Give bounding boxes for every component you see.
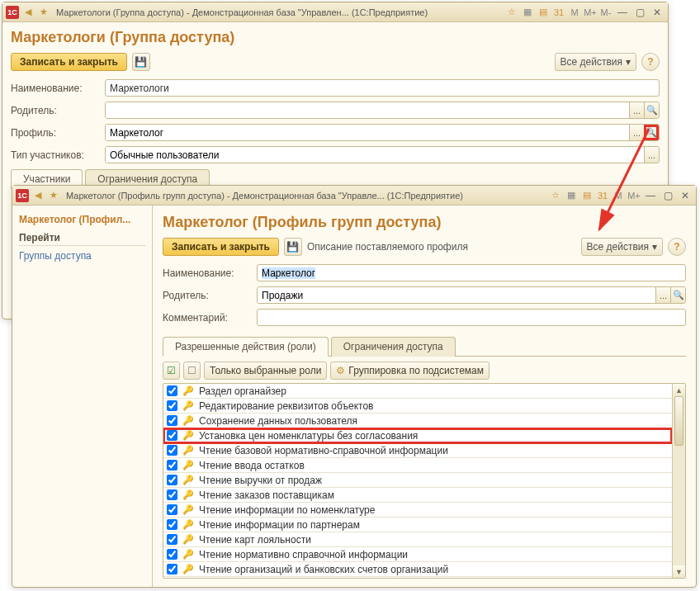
- profile-input[interactable]: [106, 125, 629, 140]
- lookup-icon[interactable]: 🔍: [670, 287, 685, 303]
- role-checkbox[interactable]: [167, 445, 177, 456]
- calendar-icon[interactable]: 31: [596, 189, 609, 202]
- calendar-icon[interactable]: 31: [552, 6, 565, 19]
- role-checkbox[interactable]: [167, 430, 177, 441]
- sidebar-link-groups[interactable]: Группы доступа: [19, 249, 145, 262]
- help-icon[interactable]: ?: [641, 53, 660, 71]
- role-checkbox[interactable]: [167, 460, 177, 470]
- history-icon[interactable]: ▦: [521, 6, 534, 19]
- group-by-subsystems-button[interactable]: ⚙Группировка по подсистемам: [330, 362, 490, 380]
- key-icon: 🔑: [182, 445, 194, 456]
- role-row[interactable]: 🔑Сохранение данных пользователя: [163, 414, 672, 428]
- role-row[interactable]: 🔑Чтение ввода остатков: [163, 458, 672, 473]
- tab-roles[interactable]: Разрешенные действия (роли): [163, 337, 329, 357]
- parent-input-wrap: ... 🔍: [105, 102, 660, 119]
- ellipsis-icon[interactable]: ...: [655, 287, 670, 303]
- check-all-icon[interactable]: ☑: [163, 362, 180, 380]
- m-icon[interactable]: M: [568, 6, 581, 19]
- close-icon[interactable]: ✕: [678, 189, 693, 202]
- save-icon[interactable]: 💾: [132, 53, 150, 71]
- ellipsis-icon[interactable]: ...: [629, 102, 644, 118]
- maximize-icon[interactable]: ▢: [660, 189, 675, 202]
- name-input[interactable]: [258, 265, 685, 281]
- all-actions-button[interactable]: Все действия▾: [581, 238, 663, 256]
- star-icon[interactable]: ★: [37, 6, 50, 19]
- save-icon[interactable]: 💾: [284, 238, 302, 256]
- role-row[interactable]: 🔑Чтение информации по номенклатуре: [163, 503, 672, 518]
- save-close-button[interactable]: Записать и закрыть: [11, 53, 127, 71]
- scrollbar[interactable]: ▲ ▼: [672, 384, 685, 578]
- role-row[interactable]: 🔑Чтение информации по партнерам: [163, 518, 672, 532]
- ellipsis-icon[interactable]: ...: [629, 125, 644, 140]
- role-row[interactable]: 🔑Чтение базовой нормативно-справочной ин…: [163, 443, 672, 458]
- uncheck-all-icon[interactable]: ☐: [183, 362, 201, 380]
- scroll-thumb[interactable]: [674, 396, 683, 446]
- back-icon[interactable]: ◀: [31, 189, 45, 202]
- profile-lookup-icon[interactable]: 🔍: [644, 125, 659, 140]
- role-row[interactable]: 🔑Чтение выручки от продаж: [163, 473, 672, 488]
- only-selected-button[interactable]: Только выбранные роли: [204, 362, 327, 380]
- role-checkbox[interactable]: [167, 504, 177, 515]
- parent-input[interactable]: [106, 102, 629, 118]
- comment-input[interactable]: [257, 309, 686, 326]
- close-icon[interactable]: ✕: [650, 6, 665, 19]
- save-close-button[interactable]: Записать и закрыть: [163, 238, 279, 256]
- name-input[interactable]: [105, 79, 660, 97]
- key-icon: 🔑: [182, 549, 194, 560]
- history-icon[interactable]: ▦: [565, 189, 578, 202]
- profile-input-wrap: ... 🔍: [105, 124, 660, 141]
- calc-icon[interactable]: ▤: [537, 6, 550, 19]
- name-selected-text: Маркетолог: [262, 267, 315, 279]
- role-checkbox[interactable]: [167, 534, 177, 545]
- role-row[interactable]: 🔑Раздел органайзер: [163, 384, 672, 399]
- maximize-icon[interactable]: ▢: [632, 6, 647, 19]
- toolbar: Записать и закрыть 💾 Все действия▾ ?: [11, 53, 660, 71]
- calc-icon[interactable]: ▤: [580, 189, 594, 202]
- all-actions-button[interactable]: Все действия▾: [555, 53, 636, 71]
- role-row[interactable]: 🔑Чтение нормативно справочной информации: [163, 547, 672, 562]
- m-plus-icon[interactable]: M+: [584, 6, 597, 19]
- star-icon[interactable]: ★: [47, 189, 60, 202]
- scroll-up-icon[interactable]: ▲: [673, 384, 685, 396]
- profile-description-button[interactable]: Описание поставляемого профиля: [307, 241, 468, 253]
- key-icon: 🔑: [182, 460, 194, 470]
- fav-add-icon[interactable]: ☆: [505, 6, 518, 19]
- minimize-icon[interactable]: —: [643, 189, 658, 202]
- lookup-icon[interactable]: 🔍: [644, 102, 659, 118]
- window-title: Маркетолог (Профиль групп доступа) - Дем…: [63, 191, 549, 201]
- back-icon[interactable]: ◀: [21, 6, 35, 19]
- m-plus-icon[interactable]: M+: [627, 189, 641, 202]
- role-checkbox[interactable]: [167, 385, 177, 396]
- window-title: Маркетологи (Группа доступа) - Демонстра…: [53, 7, 505, 17]
- role-row[interactable]: 🔑Чтение заказов поставщикам: [163, 488, 672, 503]
- titlebar: 1C ◀ ★ Маркетологи (Группа доступа) - Де…: [2, 2, 668, 22]
- role-row[interactable]: 🔑Чтение организаций и банковских счетов …: [163, 562, 672, 577]
- role-checkbox[interactable]: [167, 489, 177, 500]
- page-title: Маркетологи (Группа доступа): [11, 29, 660, 46]
- fav-add-icon[interactable]: ☆: [549, 189, 562, 202]
- role-checkbox[interactable]: [167, 400, 177, 411]
- role-checkbox[interactable]: [167, 549, 177, 560]
- role-checkbox[interactable]: [167, 475, 177, 485]
- help-icon[interactable]: ?: [668, 238, 686, 256]
- role-checkbox[interactable]: [167, 564, 177, 574]
- m-icon[interactable]: M: [612, 189, 625, 202]
- role-checkbox[interactable]: [167, 415, 177, 426]
- role-row[interactable]: 🔑Чтение карт лояльности: [163, 532, 672, 547]
- m-minus-icon[interactable]: M-: [599, 6, 612, 19]
- tab-restrictions[interactable]: Ограничения доступа: [331, 337, 456, 357]
- minimize-icon[interactable]: —: [615, 6, 630, 19]
- member-type-wrap: ...: [105, 146, 660, 163]
- role-checkbox[interactable]: [167, 519, 177, 530]
- role-row[interactable]: 🔑Установка цен номенклатуры без согласов…: [163, 428, 672, 443]
- role-row[interactable]: 🔑Редактирование реквизитов объектов: [163, 399, 672, 414]
- toolbar: Записать и закрыть 💾 Описание поставляем…: [163, 238, 686, 256]
- window-profile: 1C ◀ ★ Маркетолог (Профиль групп доступа…: [12, 185, 697, 588]
- member-type-input[interactable]: [106, 147, 644, 163]
- scroll-down-icon[interactable]: ▼: [673, 565, 685, 578]
- label-comment: Комментарий:: [163, 312, 252, 324]
- ellipsis-icon[interactable]: ...: [644, 147, 659, 163]
- role-label: Сохранение данных пользователя: [199, 415, 357, 427]
- label-name: Наименование:: [11, 83, 100, 94]
- parent-input[interactable]: [258, 287, 655, 303]
